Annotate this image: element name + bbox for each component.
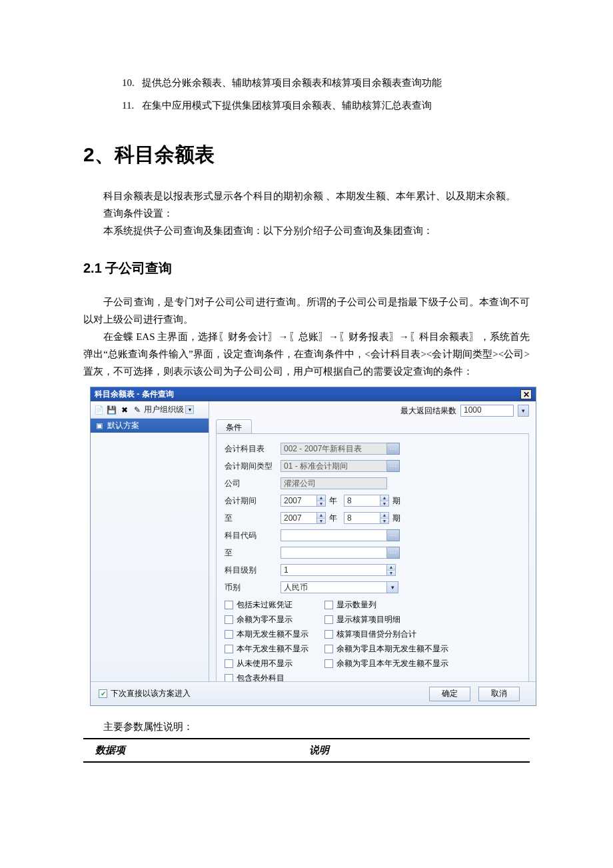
scheme-icon: ▣ [95, 421, 103, 430]
dialog-title: 科目余额表 - 条件查询 [95, 389, 174, 400]
toolbar-dropdown-icon[interactable]: ▾ [185, 405, 194, 414]
year-suffix: 年 [326, 513, 344, 524]
max-results-dropdown-icon[interactable]: ▾ [518, 405, 529, 417]
year-spinner[interactable]: ▲▼ [317, 512, 326, 524]
new-icon[interactable]: 📄 [93, 404, 105, 415]
period-type-lookup-icon[interactable]: ⋯ [387, 460, 400, 472]
query-dialog: 科目余额表 - 条件查询 ✕ 📄 💾 ✖ ✎ 用户组织级 ▾ [90, 387, 536, 706]
param-header-col1: 数据项 [83, 739, 306, 761]
currency-label: 币别 [225, 582, 281, 593]
period-to-year-input[interactable]: 2007 [281, 512, 317, 524]
checkbox[interactable] [225, 630, 233, 639]
spinner-up-icon: ▲ [317, 513, 325, 519]
spinner-up-icon: ▲ [380, 495, 388, 501]
period-spinner[interactable]: ▲▼ [380, 512, 389, 524]
checkbox[interactable] [324, 615, 333, 624]
param-intro: 主要参数属性说明： [83, 718, 530, 735]
check-label: 余额为零且本期无发生额不显示 [336, 643, 448, 655]
currency-input[interactable]: 人民币 [281, 581, 387, 593]
enter-scheme-label: 下次直接以该方案进入 [111, 688, 191, 699]
checks-col-left: 包括未过账凭证 余额为零不显示 本期无发生额不显示 本年无发生额不显示 从未使用… [225, 599, 308, 684]
period-suffix: 期 [389, 513, 407, 524]
spinner-down-icon: ▼ [317, 501, 325, 507]
list-number: 11. [122, 96, 142, 115]
period-type-field: 01 - 标准会计期间 [281, 460, 387, 472]
close-button[interactable]: ✕ [520, 389, 532, 399]
paragraph: 本系统提供子公司查询及集团查询：以下分别介绍子公司查询及集团查询： [83, 222, 530, 239]
chart-of-accounts-label: 会计科目表 [225, 443, 281, 455]
check-label: 从未使用不显示 [237, 658, 293, 669]
period-from-year-input[interactable]: 2007 [281, 495, 317, 507]
account-code-to-lookup-icon[interactable]: ⋯ [387, 547, 400, 559]
period-suffix: 期 [389, 495, 407, 507]
list-number: 10. [122, 73, 142, 92]
tab-conditions[interactable]: 条件 [216, 419, 252, 433]
delete-icon[interactable]: ✖ [119, 404, 130, 415]
period-to-period-input[interactable]: 8 [344, 512, 380, 524]
chart-of-accounts-field: 002 - 2007年新科目表 [281, 443, 387, 455]
level-spinner[interactable]: ▲▼ [387, 564, 396, 576]
account-level-label: 科目级别 [225, 565, 281, 576]
account-code-lookup-icon[interactable]: ⋯ [387, 529, 400, 541]
list-item: 10.提供总分账余额表、辅助核算项目余额表和核算项目余额表查询功能 [83, 73, 530, 92]
spinner-down-icon: ▼ [380, 501, 388, 507]
checkbox[interactable] [324, 630, 333, 639]
check-label: 余额为零且本年无发生额不显示 [336, 658, 448, 669]
dialog-footer: ✔ 下次直接以该方案进入 确定 取消 [91, 681, 536, 705]
spinner-up-icon: ▲ [380, 513, 388, 519]
list-item: 11.在集中应用模式下提供集团核算项目余额表、辅助核算汇总表查询 [83, 96, 530, 115]
max-results-input[interactable]: 1000 [460, 405, 514, 417]
sidebar-toolbar: 📄 💾 ✖ ✎ 用户组织级 ▾ [91, 401, 209, 419]
toolbar-label: 用户组织级 [144, 404, 184, 415]
year-suffix: 年 [326, 495, 344, 507]
period-type-label: 会计期间类型 [225, 461, 281, 472]
checkbox[interactable] [225, 601, 233, 609]
check-label: 包括未过账凭证 [237, 599, 293, 611]
account-code-input[interactable] [281, 529, 387, 541]
check-label: 核算项目借贷分别合计 [336, 629, 416, 640]
default-scheme-item[interactable]: ▣ 默认方案 [91, 419, 209, 433]
checkbox[interactable] [324, 601, 333, 609]
check-label: 显示数量列 [336, 599, 376, 611]
paragraph: 查询条件设置： [83, 205, 530, 222]
chart-of-accounts-lookup-icon[interactable]: ⋯ [387, 443, 400, 455]
period-to-label: 至 [225, 513, 281, 524]
spinner-up-icon: ▲ [317, 495, 325, 501]
account-code-to-input[interactable] [281, 547, 387, 559]
currency-dropdown-icon[interactable]: ▾ [387, 581, 398, 593]
section-heading: 2、科目余额表 [83, 141, 530, 169]
account-code-label: 科目代码 [225, 530, 281, 541]
numbered-list: 10.提供总分账余额表、辅助核算项目余额表和核算项目余额表查询功能 11.在集中… [83, 73, 530, 115]
checkbox[interactable] [225, 615, 233, 624]
account-level-input[interactable]: 1 [281, 564, 387, 576]
checks-col-right: 显示数量列 显示核算项目明细 核算项目借贷分别合计 余额为零且本期无发生额不显示… [324, 599, 448, 684]
edit-icon[interactable]: ✎ [131, 404, 143, 415]
spinner-down-icon: ▼ [387, 571, 395, 576]
param-table: 数据项 说明 [83, 738, 530, 763]
company-field: 灌灌公司 [281, 477, 387, 489]
max-results-label: 最大返回结果数 [400, 405, 456, 417]
enter-scheme-checkbox[interactable]: ✔ [99, 689, 107, 698]
paragraph: 子公司查询，是专门对子公司公司进行查询。所谓的子公司公司是指最下级子公司。本查询… [83, 293, 530, 328]
ok-button[interactable]: 确定 [429, 687, 470, 701]
period-from-period-input[interactable]: 8 [344, 495, 380, 507]
checkbox[interactable] [225, 645, 233, 653]
cancel-button[interactable]: 取消 [478, 687, 520, 701]
save-icon[interactable]: 💾 [106, 404, 117, 415]
account-code-to-label: 至 [225, 547, 281, 559]
spinner-down-icon: ▼ [317, 519, 325, 524]
checkbox[interactable] [324, 645, 333, 653]
check-label: 显示核算项目明细 [336, 614, 400, 625]
checkbox[interactable] [324, 659, 333, 668]
list-text: 提供总分账余额表、辅助核算项目余额表和核算项目余额表查询功能 [142, 77, 442, 88]
check-label: 本期无发生额不显示 [237, 629, 308, 640]
list-text: 在集中应用模式下提供集团核算项目余额表、辅助核算汇总表查询 [142, 100, 432, 111]
dialog-titlebar: 科目余额表 - 条件查询 ✕ [91, 387, 536, 401]
year-spinner[interactable]: ▲▼ [317, 495, 326, 507]
spinner-down-icon: ▼ [380, 519, 388, 524]
period-from-label: 会计期间 [225, 495, 281, 507]
period-spinner[interactable]: ▲▼ [380, 495, 389, 507]
spinner-up-icon: ▲ [387, 565, 395, 571]
checkbox[interactable] [225, 659, 233, 668]
company-label: 公司 [225, 478, 281, 489]
